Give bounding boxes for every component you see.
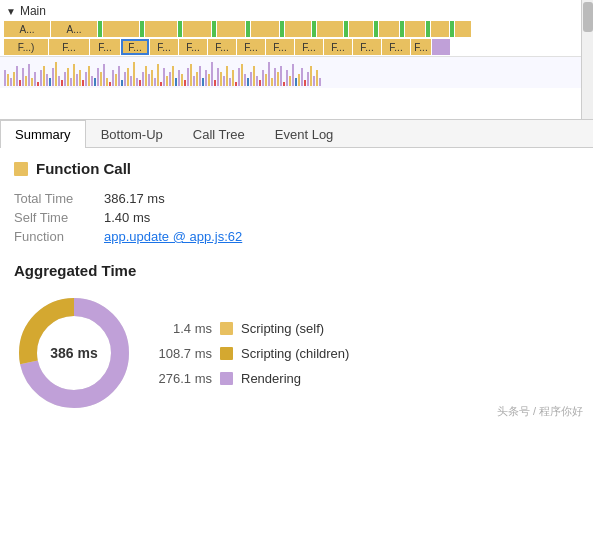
flame-block[interactable] <box>455 21 471 37</box>
flame-block[interactable] <box>246 21 250 37</box>
function-call-label: Function Call <box>36 160 131 177</box>
flame-block[interactable] <box>317 21 343 37</box>
tab-bottom-up[interactable]: Bottom-Up <box>86 120 178 148</box>
tab-event-log[interactable]: Event Log <box>260 120 349 148</box>
content-area: Function Call Total Time 386.17 ms Self … <box>0 148 593 425</box>
flame-block[interactable] <box>374 21 378 37</box>
main-label: ▼ Main <box>0 2 593 20</box>
flame-block[interactable]: F... <box>266 39 294 55</box>
legend-value-2: 276.1 ms <box>158 371 212 386</box>
flame-block[interactable] <box>212 21 216 37</box>
flame-block[interactable]: F... <box>90 39 120 55</box>
flame-block[interactable]: F... <box>208 39 236 55</box>
flame-block[interactable]: F... <box>49 39 89 55</box>
expand-triangle[interactable]: ▼ <box>6 6 16 17</box>
flame-block[interactable]: F... <box>382 39 410 55</box>
flame-block[interactable]: F...) <box>4 39 48 55</box>
legend-color-1 <box>220 347 233 360</box>
legend-label-1: Scripting (children) <box>241 346 349 361</box>
donut-center-label: 386 ms <box>50 345 97 361</box>
self-time-label: Self Time <box>14 210 104 225</box>
tab-summary[interactable]: Summary <box>0 120 86 148</box>
legend-color-0 <box>220 322 233 335</box>
flame-block[interactable]: A... <box>51 21 97 37</box>
flame-block[interactable] <box>400 21 404 37</box>
function-link[interactable]: app.update @ app.js:62 <box>104 229 579 244</box>
main-text: Main <box>20 4 46 18</box>
scrollbar[interactable] <box>581 0 593 120</box>
flame-block[interactable]: F... <box>295 39 323 55</box>
flame-block[interactable]: F... <box>179 39 207 55</box>
total-time-value: 386.17 ms <box>104 191 579 206</box>
legend-label-0: Scripting (self) <box>241 321 324 336</box>
legend-label-2: Rendering <box>241 371 301 386</box>
legend-item-1: 108.7 ms Scripting (children) <box>158 346 349 361</box>
legend-value-0: 1.4 ms <box>158 321 212 336</box>
total-time-label: Total Time <box>14 191 104 206</box>
flame-block[interactable] <box>183 21 211 37</box>
self-time-value: 1.40 ms <box>104 210 579 225</box>
flame-block[interactable] <box>251 21 279 37</box>
flame-row-1: A... A... <box>0 20 593 38</box>
function-call-title: Function Call <box>14 160 579 177</box>
flame-block[interactable] <box>379 21 399 37</box>
legend-list: 1.4 ms Scripting (self) 108.7 ms Scripti… <box>158 321 349 386</box>
flame-block[interactable] <box>217 21 245 37</box>
flame-block-selected[interactable]: F... <box>121 39 149 55</box>
flame-block[interactable] <box>349 21 373 37</box>
legend-item-2: 276.1 ms Rendering <box>158 371 349 386</box>
flame-block[interactable]: F... <box>150 39 178 55</box>
flame-block[interactable]: F... <box>411 39 431 55</box>
flame-block[interactable] <box>103 21 139 37</box>
flame-chart: ▼ Main A... A... F...) F... F... <box>0 0 593 120</box>
flame-row-2: F...) F... F... F... F... F... F... F...… <box>0 38 593 56</box>
aggregated-content: 386 ms 1.4 ms Scripting (self) 108.7 ms … <box>14 293 579 413</box>
legend-item-0: 1.4 ms Scripting (self) <box>158 321 349 336</box>
flame-block[interactable]: F... <box>237 39 265 55</box>
legend-value-1: 108.7 ms <box>158 346 212 361</box>
flame-block[interactable] <box>426 21 430 37</box>
info-grid: Total Time 386.17 ms Self Time 1.40 ms F… <box>14 191 579 244</box>
flame-block[interactable] <box>405 21 425 37</box>
flame-block[interactable] <box>432 39 450 55</box>
mini-timeline <box>0 56 593 88</box>
flame-block[interactable] <box>344 21 348 37</box>
donut-chart: 386 ms <box>14 293 134 413</box>
flame-block[interactable]: F... <box>353 39 381 55</box>
legend-color-2 <box>220 372 233 385</box>
tab-bar: Summary Bottom-Up Call Tree Event Log <box>0 120 593 148</box>
flame-block[interactable]: F... <box>324 39 352 55</box>
function-call-icon <box>14 162 28 176</box>
watermark: 头条号 / 程序你好 <box>497 404 583 419</box>
flame-block[interactable] <box>450 21 454 37</box>
function-label: Function <box>14 229 104 244</box>
aggregated-title: Aggregated Time <box>14 262 579 279</box>
flame-block[interactable] <box>145 21 177 37</box>
flame-block[interactable] <box>285 21 311 37</box>
flame-block[interactable] <box>178 21 182 37</box>
flame-block[interactable] <box>98 21 102 37</box>
flame-block[interactable] <box>431 21 449 37</box>
flame-block[interactable] <box>280 21 284 37</box>
flame-block[interactable]: A... <box>4 21 50 37</box>
tab-call-tree[interactable]: Call Tree <box>178 120 260 148</box>
flame-block[interactable] <box>140 21 144 37</box>
flame-block[interactable] <box>312 21 316 37</box>
